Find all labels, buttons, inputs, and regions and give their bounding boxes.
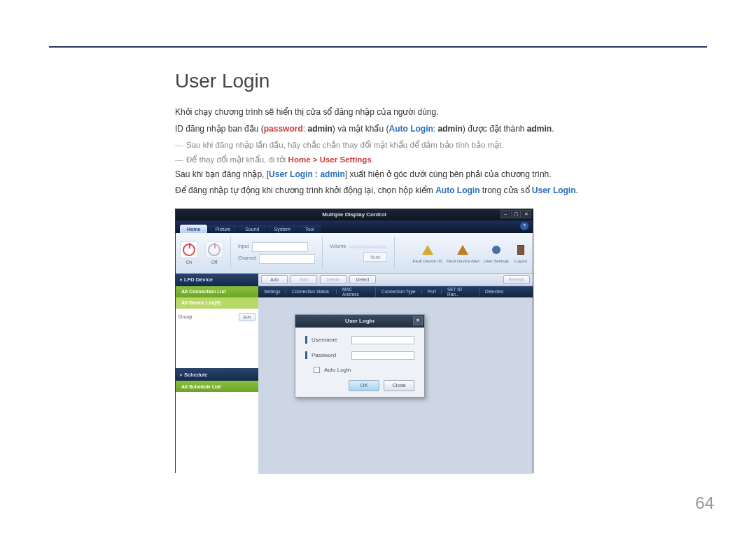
col-port[interactable]: Port xyxy=(422,289,442,294)
field-marker-icon xyxy=(305,336,307,344)
sidebar-schedule-body xyxy=(176,392,258,474)
add-button[interactable]: Add xyxy=(261,275,288,284)
username-input[interactable] xyxy=(351,336,414,344)
user-settings-button[interactable]: User Settings xyxy=(484,242,509,263)
tab-tool[interactable]: Tool xyxy=(298,225,321,233)
sidebar-body: Group Edit xyxy=(176,309,258,369)
logout-button[interactable]: Logout xyxy=(513,242,528,263)
password-highlight: password xyxy=(264,124,303,134)
help-button[interactable]: ? xyxy=(520,222,528,230)
power-on-button[interactable] xyxy=(180,241,198,258)
input-channel-group: Input Channel xyxy=(238,242,315,264)
login-close-button-2[interactable]: Close xyxy=(384,380,414,391)
alert-icon xyxy=(457,245,468,255)
paragraph-intro: Khởi chạy chương trình sẽ hiển thị cửa s… xyxy=(175,105,679,120)
note-change-password: Sau khi đăng nhập lần đầu, hãy chắc chắn… xyxy=(175,138,679,153)
password-row: Password xyxy=(305,351,414,360)
username-row: Username xyxy=(305,336,414,344)
app-screenshot: Multiple Display Control – ▢ ✕ Home Pict… xyxy=(175,209,533,473)
detect-button[interactable]: Detect xyxy=(349,275,376,284)
workspace-toolbar: Add Edit Delete Detect Refresh xyxy=(258,274,533,286)
col-setid[interactable]: SET ID Ran... xyxy=(442,287,479,297)
group-label: Group xyxy=(178,314,192,319)
login-buttons: OK Close xyxy=(305,380,414,391)
tab-sound[interactable]: Sound xyxy=(238,225,266,233)
sidebar-device-list[interactable]: All Device List(0) xyxy=(176,297,258,309)
column-headers: Settings Connection Status MAC Address C… xyxy=(258,286,533,297)
sidebar-schedule-list[interactable]: All Schedule List xyxy=(176,381,258,392)
login-modal: User Login ✕ Username Password Auto Logi… xyxy=(295,314,425,398)
app-titlebar: Multiple Display Control – ▢ ✕ xyxy=(176,209,533,220)
window-controls: – ▢ ✕ xyxy=(500,210,531,218)
user-login-window-highlight: User Login xyxy=(532,185,576,195)
input-dropdown[interactable] xyxy=(252,242,308,252)
edit-button[interactable]: Edit xyxy=(290,275,317,284)
user-icon xyxy=(492,246,500,254)
user-login-admin-highlight: User Login : admin xyxy=(269,169,345,179)
group-edit-button[interactable]: Edit xyxy=(239,313,255,321)
col-mac[interactable]: MAC Address xyxy=(337,287,376,297)
col-conn-type[interactable]: Connection Type xyxy=(376,289,422,294)
page-content: User Login Khởi chạy chương trình sẽ hiể… xyxy=(175,70,679,473)
auto-login-checkbox-highlight: Auto Login xyxy=(435,185,479,195)
login-close-button[interactable]: ✕ xyxy=(413,316,423,325)
ribbon: On Off Input Channel Volume Mute Fault D… xyxy=(176,233,533,274)
header-rule xyxy=(49,46,707,48)
power-off-icon xyxy=(208,244,220,256)
page-title: User Login xyxy=(175,70,679,92)
mute-button[interactable]: Mute xyxy=(363,252,387,262)
paragraph-after-login: Sau khi bạn đăng nhập, [User Login : adm… xyxy=(175,167,679,183)
auto-login-label: Auto Login xyxy=(324,367,414,373)
sidebar-connection-list[interactable]: All Connection List xyxy=(176,286,258,297)
fault-device-button[interactable]: Fault Device (0) xyxy=(413,242,442,263)
note-user-settings-path: Để thay đổi mật khẩu, đi tới Home > User… xyxy=(175,153,679,167)
page-number: 64 xyxy=(695,493,714,513)
delete-button[interactable]: Delete xyxy=(320,275,346,284)
power-icon xyxy=(183,244,195,256)
field-marker-icon xyxy=(305,351,307,359)
power-on-group: On xyxy=(180,241,198,265)
power-off-group: Off xyxy=(205,241,223,265)
col-settings[interactable]: Settings xyxy=(258,289,286,294)
ribbon-separator-3 xyxy=(394,237,395,269)
username-label: Username xyxy=(312,337,347,343)
app-title: Multiple Display Control xyxy=(322,211,386,218)
fault-alert-button[interactable]: Fault Device Alert xyxy=(447,242,479,263)
maximize-button[interactable]: ▢ xyxy=(511,210,521,218)
login-modal-title: User Login ✕ xyxy=(295,315,424,328)
power-off-button[interactable] xyxy=(205,241,223,258)
door-icon xyxy=(517,245,524,255)
ribbon-separator xyxy=(230,237,231,269)
ribbon-right-group: Fault Device (0) Fault Device Alert User… xyxy=(413,242,528,263)
volume-slider[interactable] xyxy=(349,246,387,248)
password-input[interactable] xyxy=(351,351,414,360)
auto-login-highlight: Auto Login xyxy=(388,124,433,134)
password-label: Password xyxy=(312,352,347,358)
col-detected[interactable]: Detected xyxy=(479,289,533,294)
paragraph-initial-login: ID đăng nhập ban đầu (password: admin) v… xyxy=(175,122,679,137)
auto-login-row: Auto Login xyxy=(314,367,414,373)
close-button[interactable]: ✕ xyxy=(522,210,531,218)
tab-home[interactable]: Home xyxy=(180,225,207,233)
channel-dropdown[interactable] xyxy=(259,254,315,264)
volume-group: Volume Mute xyxy=(330,244,387,262)
ribbon-separator-2 xyxy=(322,237,323,269)
user-settings-highlight: User Settings xyxy=(320,155,372,164)
warning-icon xyxy=(422,245,433,255)
col-conn-status[interactable]: Connection Status xyxy=(286,289,337,294)
tab-system[interactable]: System xyxy=(267,225,298,233)
sidebar-lfd-header[interactable]: LFD Device xyxy=(176,274,258,286)
sidebar-schedule-header[interactable]: Schedule xyxy=(176,368,258,381)
sidebar: LFD Device All Connection List All Devic… xyxy=(176,274,258,474)
login-modal-body: Username Password Auto Login OK Close xyxy=(295,328,424,397)
paragraph-auto-login: Để đăng nhập tự động khi chương trình kh… xyxy=(175,183,679,199)
home-highlight: Home xyxy=(288,155,311,164)
refresh-button[interactable]: Refresh xyxy=(503,275,530,284)
tab-picture[interactable]: Picture xyxy=(208,225,237,233)
main-tabbar: Home Picture Sound System Tool ? xyxy=(176,220,533,233)
minimize-button[interactable]: – xyxy=(500,210,510,218)
sidebar-group-row: Group Edit xyxy=(178,313,255,321)
auto-login-checkbox[interactable] xyxy=(314,367,320,373)
login-ok-button[interactable]: OK xyxy=(349,380,379,391)
